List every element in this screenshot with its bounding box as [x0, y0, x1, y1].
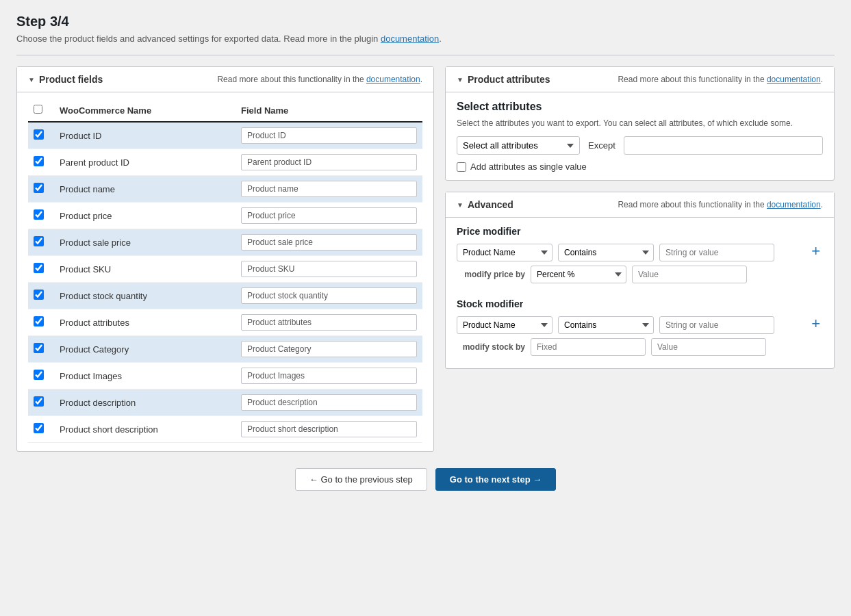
add-attrs-single-label: Add attributes as single value: [470, 162, 587, 172]
field-input-col-4: [241, 234, 417, 251]
fields-table-header: WooCommerce Name Field Name: [28, 101, 422, 123]
field-row: Product sale price: [28, 229, 422, 256]
price-value-input[interactable]: [632, 266, 747, 283]
price-condition-dropdown[interactable]: Contains Equals Starts with: [558, 244, 654, 261]
field-input-0[interactable]: [241, 127, 417, 144]
field-name-10: Product description: [60, 398, 236, 408]
field-input-3[interactable]: [241, 207, 417, 224]
price-string-input[interactable]: [659, 244, 774, 261]
product-fields-panel: ▼ Product fields Read more about this fu…: [16, 66, 434, 452]
field-checkbox-10[interactable]: [34, 396, 44, 407]
advanced-panel: ▼ Advanced Read more about this function…: [445, 192, 835, 369]
add-price-modifier-button[interactable]: +: [809, 244, 823, 259]
field-input-col-1: [241, 154, 417, 170]
stock-condition-dropdown[interactable]: Contains Equals Starts with: [558, 316, 654, 334]
field-input-col-8: [241, 341, 417, 357]
field-input-4[interactable]: [241, 234, 417, 251]
field-row: Product stock quantity: [28, 283, 422, 309]
field-row: Product Images: [28, 363, 422, 389]
field-name-6: Product stock quantity: [60, 291, 236, 301]
right-panel: ▼ Product attributes Read more about thi…: [445, 66, 835, 369]
attributes-doc-link[interactable]: documentation: [767, 75, 821, 84]
advanced-panel-doc: Read more about this functionality in th…: [618, 200, 823, 209]
advanced-chevron-icon: ▼: [457, 201, 463, 209]
attributes-panel-body: Select attributes Select the attributes …: [446, 92, 834, 180]
field-input-10[interactable]: [241, 394, 417, 411]
field-name-1: Parent product ID: [60, 157, 236, 168]
price-modifier-title: Price modifier: [457, 226, 823, 237]
field-input-1[interactable]: [241, 154, 417, 170]
field-input-col-9: [241, 368, 417, 384]
price-modifier-rows: Product Name Product SKU Product ID Cont…: [457, 244, 823, 287]
advanced-doc-link[interactable]: documentation: [767, 200, 821, 209]
advanced-panel-title: ▼ Advanced: [457, 199, 513, 210]
field-input-11[interactable]: [241, 421, 417, 437]
field-checkbox-4[interactable]: [34, 236, 44, 246]
prev-step-button[interactable]: ← Go to the previous step: [295, 468, 427, 491]
advanced-panel-header: ▼ Advanced Read more about this function…: [446, 192, 834, 218]
field-input-col-10: [241, 394, 417, 411]
price-filter-dropdown[interactable]: Product Name Product SKU Product ID: [457, 244, 552, 261]
price-modify-label: modify price by: [457, 270, 525, 279]
stock-modifier-title: Stock modifier: [457, 298, 823, 309]
field-input-col-2: [241, 181, 417, 197]
field-input-7[interactable]: [241, 314, 417, 331]
field-checkbox-0[interactable]: [34, 129, 44, 140]
field-checkbox-9[interactable]: [34, 370, 44, 380]
field-name-4: Product sale price: [60, 238, 236, 248]
next-step-button[interactable]: Go to the next step →: [435, 468, 556, 491]
field-input-col-7: [241, 314, 417, 331]
price-modifier-filter-row: Product Name Product SKU Product ID Cont…: [457, 244, 806, 261]
field-input-9[interactable]: [241, 368, 417, 384]
field-input-col-5: [241, 261, 417, 277]
price-modifier-inputs: Product Name Product SKU Product ID Cont…: [457, 244, 806, 287]
field-checkbox-8[interactable]: [34, 343, 44, 353]
field-checkbox-11[interactable]: [34, 423, 44, 433]
product-attributes-panel: ▼ Product attributes Read more about thi…: [445, 66, 835, 181]
price-modifier-value-row: modify price by Percent % Fixed: [457, 266, 806, 283]
stock-modify-label: modify stock by: [457, 342, 525, 352]
field-row: Product SKU: [28, 256, 422, 283]
field-row: Product price: [28, 203, 422, 229]
stock-filter-dropdown[interactable]: Product Name Product SKU Product ID: [457, 316, 552, 334]
field-input-2[interactable]: [241, 181, 417, 197]
stock-modifier-rows: Product Name Product SKU Product ID Cont…: [457, 316, 823, 360]
except-input[interactable]: [624, 136, 823, 155]
field-checkbox-6[interactable]: [34, 290, 44, 300]
field-input-col-3: [241, 207, 417, 224]
step-desc-link[interactable]: documentation: [381, 34, 439, 44]
field-input-5[interactable]: [241, 261, 417, 277]
stock-fixed-input[interactable]: [531, 338, 646, 356]
select-all-checkbox[interactable]: [34, 105, 42, 114]
field-checkbox-2[interactable]: [34, 183, 44, 193]
add-stock-modifier-button[interactable]: +: [809, 316, 823, 331]
field-row: Product attributes: [28, 309, 422, 336]
header-divider: [16, 55, 835, 55]
product-fields-title: ▼ Product fields: [28, 74, 103, 85]
advanced-panel-body: Price modifier Product Name Product SKU …: [446, 218, 834, 368]
field-checkbox-3[interactable]: [34, 209, 44, 220]
field-name-7: Product attributes: [60, 318, 236, 328]
field-checkbox-5[interactable]: [34, 263, 44, 273]
field-input-col-0: [241, 127, 417, 144]
field-input-8[interactable]: [241, 341, 417, 357]
attributes-panel-title: ▼ Product attributes: [457, 74, 550, 85]
field-row: Product short description: [28, 416, 422, 443]
stock-string-input[interactable]: [659, 316, 774, 334]
field-name-11: Product short description: [60, 424, 236, 435]
fields-rows: Product ID Parent product ID Product nam…: [28, 123, 422, 443]
add-attrs-single-checkbox[interactable]: [457, 162, 466, 172]
field-checkbox-1[interactable]: [34, 156, 44, 166]
product-fields-header: ▼ Product fields Read more about this fu…: [17, 67, 433, 92]
price-percent-dropdown[interactable]: Percent % Fixed: [531, 266, 626, 283]
col-woo-header: WooCommerce Name: [60, 105, 236, 116]
field-input-6[interactable]: [241, 287, 417, 304]
select-attrs-row: Select all attributes Select specific at…: [457, 136, 823, 155]
select-attributes-dropdown[interactable]: Select all attributes Select specific at…: [457, 136, 580, 155]
stock-value-input[interactable]: [651, 338, 766, 356]
field-input-col-6: [241, 287, 417, 304]
step-title: Step 3/4: [16, 14, 835, 29]
price-modifier-block: Price modifier Product Name Product SKU …: [457, 226, 823, 287]
product-fields-doc-link[interactable]: documentation: [366, 75, 420, 84]
field-checkbox-7[interactable]: [34, 316, 44, 326]
